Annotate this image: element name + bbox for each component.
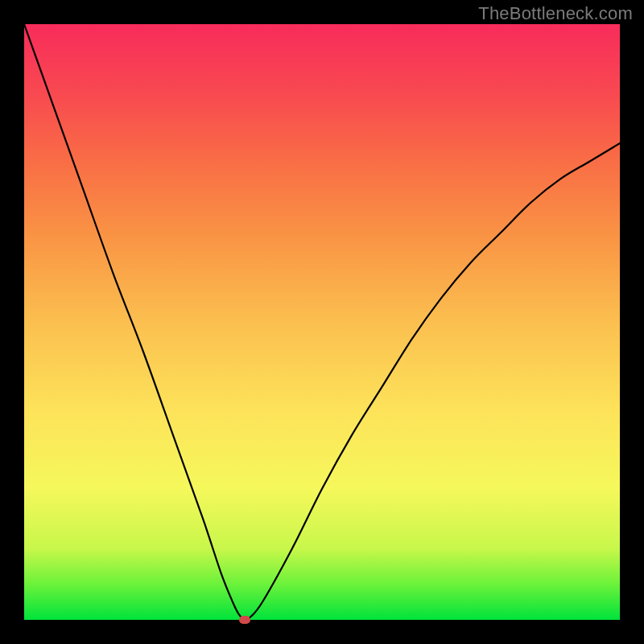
bottleneck-curve (24, 24, 620, 620)
chart-frame: TheBottleneck.com (0, 0, 644, 644)
optimum-marker (239, 616, 250, 624)
watermark-text: TheBottleneck.com (478, 3, 633, 24)
plot-area (24, 24, 620, 620)
